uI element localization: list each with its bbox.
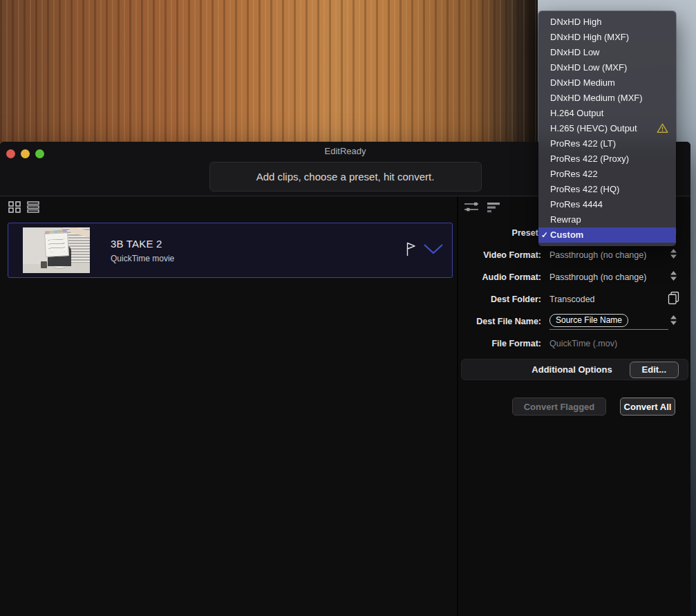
clip-list-panel: 3B TAKE 2 QuickTime movie [0, 196, 457, 616]
file-format-label: File Format: [458, 339, 541, 348]
file-format-row: File Format: QuickTime (.mov) [458, 333, 690, 355]
preset-menu-item[interactable]: H.264 Output [538, 106, 676, 121]
hint-message: Add clips, choose a preset, hit convert. [209, 162, 482, 192]
minimize-button[interactable] [21, 149, 30, 158]
preset-menu-item[interactable]: ProRes 422 [538, 167, 676, 182]
sort-bars-icon[interactable] [487, 201, 500, 216]
audio-format-label: Audio Format: [458, 272, 541, 282]
video-format-row: Video Format: Passthrough (no change) [458, 244, 690, 266]
video-format-stepper-icon[interactable] [670, 249, 677, 261]
dest-file-name-row: Dest File Name: Source File Name [458, 310, 690, 333]
chevron-down-icon[interactable] [423, 243, 444, 258]
preset-menu-item[interactable]: ProRes 422 (HQ) [538, 182, 676, 197]
preset-dropdown-menu: DNxHD High DNxHD High (MXF) DNxHD Low DN… [538, 11, 676, 246]
adjust-sliders-icon[interactable] [464, 201, 480, 216]
audio-format-stepper-icon[interactable] [670, 271, 677, 283]
preset-menu-item[interactable]: H.265 (HEVC) Output [538, 121, 676, 136]
clip-row[interactable]: 3B TAKE 2 QuickTime movie [8, 223, 453, 278]
grid-view-icon[interactable] [8, 201, 21, 213]
preset-label: Preset: [458, 228, 541, 238]
dest-file-name-field[interactable]: Source File Name [549, 314, 668, 330]
audio-format-value[interactable]: Passthrough (no change) [549, 272, 646, 282]
preset-menu-item[interactable]: ProRes 422 (Proxy) [538, 151, 676, 167]
choose-folder-icon[interactable] [668, 292, 679, 308]
preset-menu-item[interactable]: DNxHD Medium [538, 75, 676, 91]
audio-format-row: Audio Format: Passthrough (no change) [458, 266, 690, 288]
convert-flagged-button[interactable]: Convert Flagged [512, 398, 606, 416]
preset-menu-item[interactable]: DNxHD Medium (MXF) [538, 91, 676, 106]
preset-menu-item[interactable]: ProRes 422 (LT) [538, 136, 676, 151]
close-button[interactable] [6, 149, 15, 158]
dest-folder-label: Dest Folder: [458, 295, 541, 304]
screen: EditReady Add clips, choose a preset, hi… [0, 0, 696, 616]
window-controls [6, 149, 44, 158]
preset-menu-item-selected[interactable]: ✓ Custom [538, 227, 676, 243]
preset-menu-item[interactable]: ProRes 4444 [538, 197, 676, 212]
checkmark-icon: ✓ [541, 227, 548, 243]
preset-menu-item[interactable]: DNxHD Low (MXF) [538, 60, 676, 75]
video-format-value[interactable]: Passthrough (no change) [549, 250, 646, 260]
zoom-button[interactable] [35, 149, 44, 158]
dest-file-name-label: Dest File Name: [458, 317, 541, 326]
additional-options-bar: Additional Options Edit... [461, 359, 688, 380]
clip-subtitle: QuickTime movie [111, 254, 174, 263]
dest-folder-row: Dest Folder: Transcoded [458, 288, 690, 310]
preset-menu-item[interactable]: DNxHD High [538, 15, 676, 30]
list-view-icon[interactable] [27, 201, 39, 213]
preset-menu-item[interactable]: DNxHD Low [538, 45, 676, 60]
edit-button[interactable]: Edit... [630, 362, 679, 378]
video-format-label: Video Format: [458, 250, 541, 260]
convert-all-button[interactable]: Convert All [620, 398, 675, 416]
settings-panel: Preset: Custom Video Format: Passthrough… [458, 196, 690, 616]
dest-folder-value[interactable]: Transcoded [549, 295, 595, 304]
clip-title: 3B TAKE 2 [111, 238, 174, 250]
additional-options-label: Additional Options [532, 364, 612, 375]
flag-icon[interactable] [406, 242, 416, 259]
clip-thumbnail [23, 227, 90, 273]
file-format-value: QuickTime (.mov) [549, 339, 617, 348]
dest-file-name-stepper-icon[interactable] [670, 315, 677, 328]
file-name-token[interactable]: Source File Name [549, 314, 628, 327]
preset-menu-item[interactable]: DNxHD High (MXF) [538, 30, 676, 45]
preset-menu-item[interactable]: Rewrap [538, 212, 676, 227]
